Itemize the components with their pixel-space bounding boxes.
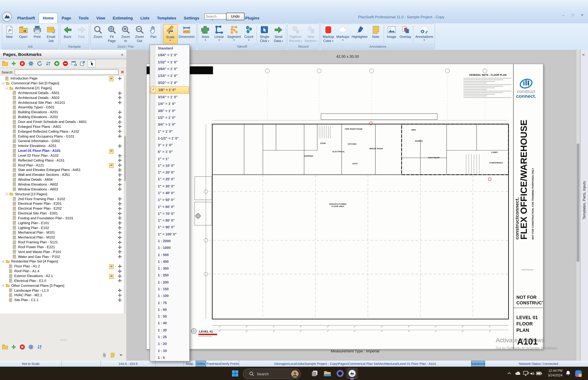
image-button[interactable]: Image	[385, 24, 398, 44]
taskbar-search[interactable]: Search	[243, 369, 301, 379]
plus-icon[interactable]	[10, 343, 17, 350]
highlighter-button[interactable]: Highlighter	[350, 24, 369, 44]
move-page-icon[interactable]	[118, 129, 122, 133]
scale-option-1-1000[interactable]: 1 : 1000	[150, 245, 189, 251]
move-page-icon[interactable]	[118, 163, 122, 167]
maximize-button[interactable]: □	[570, 13, 576, 18]
scale-option-6-1-0[interactable]: 6" = 1' 0"	[150, 149, 189, 155]
tree-item-mechanical-plan-m102[interactable]: Mechanical Plan - M102	[0, 235, 124, 240]
network-display-icon[interactable]	[523, 370, 530, 377]
tree-item-site-plan-c1-1[interactable]: Site Plan - C1.1	[0, 298, 124, 303]
tab-planswift[interactable]: PlanSwift	[13, 13, 38, 23]
pan-button[interactable]: Pan	[146, 24, 160, 44]
move-page-icon[interactable]	[118, 207, 122, 210]
tree-item-floor-plan-a1-2[interactable]: Floor Plan - A1.2H	[0, 264, 124, 269]
clear-search-icon[interactable]: ✕	[120, 70, 125, 75]
strip-collapse-icon[interactable]: «	[582, 52, 585, 57]
tree-item-level-01-floor-plan-a101[interactable]: Level 01 Floor Plan - A101H	[0, 148, 124, 153]
tree-item-interior-elevations-a251[interactable]: Interior Elevations - A251	[0, 144, 124, 148]
move-page-icon[interactable]	[118, 274, 122, 278]
move-page-icon[interactable]	[118, 100, 122, 105]
tree-item-mechanical-plan-m101[interactable]: Mechanical Plan - M101	[0, 230, 124, 235]
move-page-icon[interactable]	[118, 125, 122, 129]
tree-item-wall-and-elevator-sections-a351[interactable]: Wall and Elevator Sections - A351	[0, 172, 124, 177]
count-button[interactable]: Count▾	[242, 24, 256, 44]
status-ortho[interactable]: Ortho	[196, 361, 206, 367]
move-page-icon[interactable]	[118, 173, 122, 177]
scale-option-1-20-0[interactable]: 1" = 20' 0"	[150, 169, 189, 176]
scale-option-3-4-1-0[interactable]: 3/4" = 1' 0"	[150, 121, 189, 128]
tree-item-building-elevations-a202[interactable]: Building Elevations - A202	[0, 115, 124, 119]
overlay-button[interactable]: Overlay	[398, 24, 412, 44]
scale-option-1-60-0[interactable]: 1" = 60' 0"	[150, 203, 189, 210]
scale-option-1-10[interactable]: 1 : 10	[150, 347, 189, 354]
ribbon-search-input[interactable]	[204, 13, 227, 19]
folder-icon[interactable]	[1, 60, 9, 67]
back-button[interactable]: Back	[61, 24, 75, 44]
minimize-button[interactable]: –	[561, 13, 566, 18]
tree-scrollbar[interactable]	[124, 76, 126, 313]
tree-item-stair-and-elevator-enlarged-plans-a451[interactable]: Stair and Elevator Enlarged Plans - A451	[0, 168, 124, 172]
tree-item-exterior-elevations-a2-1[interactable]: Exterior Elevations - A2.1H	[0, 273, 124, 278]
scale-option-1-10-0[interactable]: 1" = 10' 0"	[150, 162, 189, 169]
scale-option-3-1-0[interactable]: 3" = 1' 0"	[150, 142, 189, 149]
scale-option-1-30-0[interactable]: 1" = 30' 0"	[150, 183, 189, 190]
move-page-icon[interactable]	[118, 115, 122, 119]
tree-item-roof-plan-a121[interactable]: Roof Plan - A121H	[0, 163, 124, 168]
gear-icon[interactable]	[27, 343, 35, 350]
new-button[interactable]: New	[2, 24, 16, 44]
scale-option-1-50-0[interactable]: 1" = 50' 0"	[150, 197, 189, 203]
scale-option-1-90-0[interactable]: 1" = 90' 0"	[150, 224, 189, 231]
tab-view[interactable]: View	[93, 13, 109, 23]
move-page-icon[interactable]	[118, 144, 122, 148]
remove-circle-icon[interactable]	[62, 60, 69, 67]
tree-item-window-elevations-a603[interactable]: Window Elevations - A603	[0, 187, 124, 192]
scale-option-1-25[interactable]: 1 : 25	[150, 334, 189, 341]
tab-tools[interactable]: Tools	[75, 13, 93, 23]
move-page-icon[interactable]	[118, 245, 122, 249]
scale-option-1-1-2-1-0[interactable]: 1-1/2" = 1' 0"	[150, 135, 189, 142]
scale-option-1-300[interactable]: 1 : 300	[150, 265, 189, 272]
tree-item-residential-plan-set-4-pages[interactable]: Residential Plan Set [4 Pages]	[0, 259, 124, 264]
tree-item-hvac-plan-m2-1[interactable]: HVAC Plan - M2.1	[0, 293, 124, 298]
folder-icon[interactable]	[1, 343, 9, 350]
tree-item-electrical-site-plan-e001[interactable]: Electrical Site Plan - E001	[0, 211, 124, 216]
expander-icon[interactable]	[1, 284, 5, 287]
scale-option-1-25-0[interactable]: 1" = 25' 0"	[150, 176, 189, 183]
tab-templates[interactable]: Templates	[153, 13, 180, 23]
sort-icon[interactable]	[45, 60, 52, 67]
status-freehand[interactable]: FreeHand	[206, 361, 222, 367]
drawing-page[interactable]: SHIPPINGSTAIRELECTRICALFIRE RISER ROOMKI…	[146, 64, 543, 349]
refresh-icon[interactable]	[36, 60, 43, 67]
task-view-button[interactable]	[310, 369, 319, 378]
expander-icon[interactable]	[5, 87, 9, 90]
move-page-icon[interactable]	[118, 197, 122, 201]
planswift-logo-icon[interactable]	[2, 12, 12, 22]
tree-item-electrical-power-plan-e202[interactable]: Electrical Power Plan - E202	[0, 206, 124, 211]
tree-item-2nd-floor-framing-plan-s102[interactable]: 2nd Floor Framing Plan - S102	[0, 196, 124, 201]
move-page-icon[interactable]	[118, 134, 122, 138]
tree-item-window-elevations-a602[interactable]: Window Elevations - A602	[0, 182, 124, 187]
tree-item-landscape-plan-l1-0[interactable]: Landscape Plan - L1.0	[0, 288, 124, 293]
move-page-icon[interactable]	[118, 153, 122, 158]
move-page-icon[interactable]	[118, 91, 122, 95]
single-click-button[interactable]: Single Click ▾	[258, 24, 272, 44]
scale-option-3-64-1-0[interactable]: 3/64" = 1' 0"	[150, 66, 189, 73]
print-button[interactable]: Print	[30, 24, 44, 44]
window-add-icon[interactable]	[71, 60, 78, 67]
bookmark-icon[interactable]: H	[109, 149, 114, 153]
move-page-icon[interactable]	[118, 240, 122, 244]
bookmark-icon[interactable]: H	[109, 163, 114, 168]
move-page-icon[interactable]	[118, 76, 122, 81]
scale-option-1-500[interactable]: 1 : 500	[150, 251, 189, 258]
markup-color-button[interactable]: Markup Color ▾	[322, 24, 335, 44]
tree-item-architectural-details-a501[interactable]: Architectural Details - A501	[0, 91, 124, 95]
scale-option-1-2000[interactable]: 1 : 2000	[150, 238, 189, 245]
scale-option-1-70-0[interactable]: 1" = 70' 0"	[150, 210, 189, 217]
move-page-icon[interactable]	[118, 226, 122, 230]
annotations-button[interactable]: Annotations▾	[414, 24, 434, 44]
scale-option-1-2-1-0[interactable]: 1/2" = 1' 0"	[150, 114, 189, 121]
tray-chevron-icon[interactable]	[506, 370, 512, 377]
move-page-icon[interactable]	[118, 288, 122, 292]
tree-item-roof-framing-plan-s121[interactable]: Roof Framing Plan - S121	[0, 240, 124, 245]
